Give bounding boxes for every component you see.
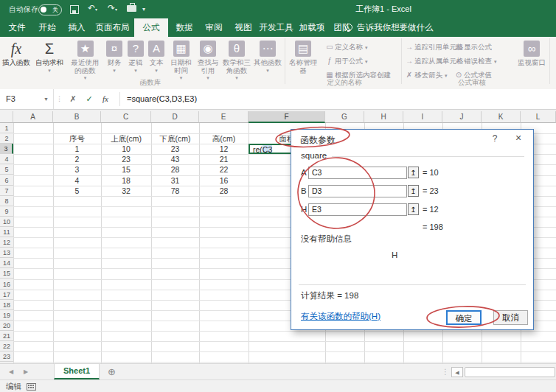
row-header-21[interactable]: 21: [0, 331, 13, 341]
sheet-tab-sheet1[interactable]: Sheet1: [54, 364, 100, 379]
undo-icon[interactable]: ↶▾: [88, 3, 97, 15]
row-header-8[interactable]: 8: [0, 196, 13, 206]
column-header-C[interactable]: C: [101, 111, 151, 123]
enter-entry-icon[interactable]: ✓: [83, 89, 96, 109]
column-header-L[interactable]: L: [521, 111, 556, 123]
row-header-23[interactable]: 23: [0, 351, 13, 362]
dialog-close-icon[interactable]: ×: [512, 132, 524, 144]
save-icon[interactable]: [70, 5, 79, 14]
hscroll-left-arrow-icon[interactable]: ◀: [451, 367, 463, 377]
name-box[interactable]: F3 ▼: [0, 89, 54, 109]
ribbon-button-error-checking[interactable]: ✔错误检查▾: [454, 55, 511, 68]
row-header-5[interactable]: 5: [0, 164, 13, 175]
ok-button[interactable]: 确定: [446, 310, 482, 325]
row-header-11[interactable]: 11: [0, 227, 13, 237]
cell-B6[interactable]: 4: [53, 175, 101, 186]
column-header-I[interactable]: I: [403, 111, 442, 123]
hscroll-thumb[interactable]: [465, 367, 555, 377]
ribbon-button-calculation[interactable]: ▦计: [552, 39, 556, 85]
cell-D7[interactable]: 78: [151, 186, 199, 196]
name-box-dropdown-icon[interactable]: ▼: [44, 89, 49, 109]
ribbon-tab-8[interactable]: 视图: [230, 18, 257, 37]
cell-D4[interactable]: 43: [151, 154, 199, 164]
tell-me-box[interactable]: 告诉我你想要做什么: [357, 18, 434, 37]
cancel-button[interactable]: 取消: [493, 310, 528, 325]
row-header-24[interactable]: 24: [0, 362, 13, 363]
cell-D2[interactable]: 下底(cm): [151, 133, 199, 144]
insert-function-fx-icon[interactable]: fx: [99, 89, 112, 109]
ribbon-tab-6[interactable]: 数据: [171, 18, 198, 37]
collapse-dialog-icon[interactable]: ↥: [408, 203, 419, 215]
column-header-K[interactable]: K: [482, 111, 521, 123]
row-header-16[interactable]: 16: [0, 279, 13, 290]
dialog-help-icon[interactable]: ?: [489, 133, 501, 144]
ribbon-button-insert-function[interactable]: fx插入函数: [1, 39, 31, 85]
cell-C5[interactable]: 15: [101, 164, 151, 175]
row-header-2[interactable]: 2: [0, 133, 13, 144]
row-header-13[interactable]: 13: [0, 248, 13, 258]
argument-input[interactable]: C3: [308, 167, 407, 179]
ribbon-tab-1[interactable]: 文件: [3, 18, 31, 37]
ribbon-button-autosum[interactable]: Σ自动求和▾: [32, 39, 66, 85]
cell-E7[interactable]: 28: [199, 186, 249, 196]
ribbon-button-math-trig[interactable]: θ数学和三角函数▾: [222, 39, 251, 85]
formula-bar-splitter[interactable]: ⋮: [56, 89, 63, 109]
row-header-6[interactable]: 6: [0, 175, 13, 186]
ribbon-button-recent-functions[interactable]: ★最近使用的函数▾: [68, 39, 102, 85]
row-header-20[interactable]: 20: [0, 321, 13, 331]
row-header-14[interactable]: 14: [0, 258, 13, 268]
sheet-nav-right-icon[interactable]: ▶: [24, 364, 28, 380]
column-header-A[interactable]: A: [13, 111, 53, 123]
select-all-corner[interactable]: [0, 111, 13, 123]
row-header-9[interactable]: 9: [0, 206, 13, 217]
macro-record-icon[interactable]: [27, 383, 36, 391]
ribbon-tab-11[interactable]: 团队: [329, 18, 355, 37]
argument-input[interactable]: D3: [308, 185, 407, 197]
cell-E4[interactable]: 21: [199, 154, 249, 164]
cell-E6[interactable]: 16: [199, 175, 249, 186]
ribbon-button-lookup-reference[interactable]: ◉查找与引用▾: [195, 39, 221, 85]
new-sheet-icon[interactable]: ⊕: [108, 364, 116, 380]
row-header-7[interactable]: 7: [0, 186, 13, 196]
ribbon-tab-3[interactable]: 插入: [63, 18, 90, 37]
cell-C3[interactable]: 10: [101, 144, 151, 154]
cell-D5[interactable]: 28: [151, 164, 199, 175]
cell-C4[interactable]: 23: [101, 154, 151, 164]
ribbon-tab-9[interactable]: 开发工具: [259, 18, 293, 37]
column-header-E[interactable]: E: [199, 111, 249, 123]
row-header-10[interactable]: 10: [0, 217, 13, 227]
ribbon-button-watch-window[interactable]: ∞监视窗口: [514, 39, 549, 85]
row-header-12[interactable]: 12: [0, 237, 13, 248]
ribbon-tab-10[interactable]: 加载项: [296, 18, 328, 37]
column-header-G[interactable]: G: [325, 111, 364, 123]
cell-E5[interactable]: 22: [199, 164, 249, 175]
cell-B4[interactable]: 2: [53, 154, 101, 164]
cell-E3[interactable]: 12: [199, 144, 249, 154]
cell-B2[interactable]: 序号: [53, 133, 101, 144]
sheet-nav-left-icon[interactable]: ◀: [9, 364, 13, 380]
tab-scroll-splitter[interactable]: ⋮: [442, 364, 449, 380]
ribbon-tab-2[interactable]: 开始: [34, 18, 60, 37]
row-header-18[interactable]: 18: [0, 300, 13, 310]
column-header-F[interactable]: F: [249, 111, 325, 123]
cell-C2[interactable]: 上底(cm): [101, 133, 151, 144]
cell-D3[interactable]: 23: [151, 144, 199, 154]
row-header-17[interactable]: 17: [0, 290, 13, 300]
formula-text[interactable]: =square(C3,D3,E3): [127, 89, 197, 109]
redo-icon[interactable]: ↷▾: [108, 3, 117, 15]
ribbon-button-show-formulas[interactable]: ▤显示公式: [454, 41, 511, 54]
qat-dropdown-icon[interactable]: ▾: [142, 4, 145, 15]
cell-B5[interactable]: 3: [53, 164, 101, 175]
ribbon-tab-5[interactable]: 公式: [134, 18, 168, 37]
row-header-3[interactable]: 3: [0, 144, 13, 154]
briefcase-icon[interactable]: [127, 5, 136, 12]
column-header-H[interactable]: H: [364, 111, 403, 123]
autosave-toggle[interactable]: 关: [38, 4, 62, 15]
cell-C6[interactable]: 18: [101, 175, 151, 186]
row-header-1[interactable]: 1: [0, 123, 13, 133]
row-header-15[interactable]: 15: [0, 268, 13, 279]
cell-D6[interactable]: 31: [151, 175, 199, 186]
row-header-4[interactable]: 4: [0, 154, 13, 164]
collapse-dialog-icon[interactable]: ↥: [408, 167, 419, 178]
ribbon-button-define-name[interactable]: ▭定义名称▾: [324, 41, 401, 54]
